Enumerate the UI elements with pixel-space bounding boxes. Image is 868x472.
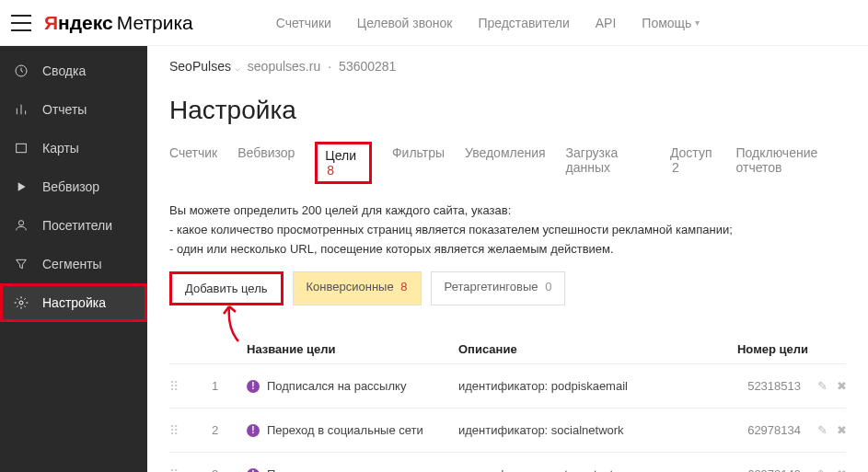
table-row: ⠿ 3 ! Переход в контакты идентификатор: … xyxy=(169,452,846,472)
goals-description: Вы можете определить 200 целей для каждо… xyxy=(169,201,846,259)
sidebar: Сводка Отчеты Карты Вебвизор Посетители xyxy=(0,46,147,472)
tab-goals[interactable]: Цели 8 xyxy=(315,142,372,184)
sidebar-item-label: Посетители xyxy=(42,218,112,233)
col-desc: Описание xyxy=(458,342,689,356)
col-name: Название цели xyxy=(247,342,449,356)
nav-representatives[interactable]: Представители xyxy=(478,16,569,30)
remove-icon[interactable]: ✖ xyxy=(837,423,847,437)
goal-desc: идентификатор: gotocontact xyxy=(458,467,689,472)
row-actions: ✎ ✖ xyxy=(817,423,868,437)
row-actions: ✎ ✖ xyxy=(817,467,868,472)
hamburger-menu-icon[interactable] xyxy=(11,15,31,31)
goal-name-text: Переход в социальные сети xyxy=(267,423,423,437)
sidebar-item-summary[interactable]: Сводка xyxy=(0,52,147,90)
sidebar-item-segments[interactable]: Сегменты xyxy=(0,245,147,283)
gear-icon xyxy=(13,294,29,311)
info-icon: ! xyxy=(247,468,260,472)
row-number: 3 xyxy=(212,467,237,472)
desc-line-2: - какое количество просмотренных страниц… xyxy=(169,221,846,240)
goal-name-cell[interactable]: ! Подписался на рассылку xyxy=(247,379,449,393)
sidebar-item-settings[interactable]: Настройка xyxy=(0,283,147,322)
svg-point-3 xyxy=(19,301,23,305)
goal-name-cell[interactable]: ! Переход в социальные сети xyxy=(247,423,449,437)
edit-icon[interactable]: ✎ xyxy=(817,423,827,437)
svg-rect-1 xyxy=(17,144,27,152)
page-title: Настройка xyxy=(169,96,846,125)
topbar: Яндекс Метрика Счетчики Целевой звонок П… xyxy=(0,0,868,46)
goal-buttons-row: Добавить цель Конверсионные 8 Ретаргетин… xyxy=(169,271,846,305)
map-icon xyxy=(13,140,29,156)
nav-help[interactable]: Помощь ▾ xyxy=(642,16,700,30)
sidebar-item-maps[interactable]: Карты xyxy=(0,129,147,167)
tab-access-label: Доступ xyxy=(670,145,712,160)
top-nav: Счетчики Целевой звонок Представители AP… xyxy=(276,16,700,30)
filter-retargeting[interactable]: Ретаргетинговые 0 xyxy=(431,271,566,305)
remove-icon[interactable]: ✖ xyxy=(837,379,847,393)
goal-id: 62978149 xyxy=(698,467,808,472)
bar-chart-icon xyxy=(13,101,29,118)
goals-table: Название цели Описание Номер цели ⠿ 1 ! … xyxy=(169,335,846,472)
row-actions: ✎ ✖ xyxy=(817,379,868,393)
goal-id: 52318513 xyxy=(698,379,808,393)
nav-target-call[interactable]: Целевой звонок xyxy=(357,16,453,30)
desc-line-1: Вы можете определить 200 целей для каждо… xyxy=(169,201,846,221)
drag-handle-icon[interactable]: ⠿ xyxy=(169,467,203,472)
breadcrumb-project[interactable]: SeoPulses ⌵ xyxy=(169,59,240,74)
filter-retargeting-count: 0 xyxy=(545,280,551,294)
sidebar-item-label: Сегменты xyxy=(42,257,102,271)
nav-counters[interactable]: Счетчики xyxy=(276,16,331,30)
nav-api[interactable]: API xyxy=(596,16,617,30)
drag-handle-icon[interactable]: ⠿ xyxy=(169,423,203,438)
tab-goals-label: Цели xyxy=(325,148,356,163)
row-number: 2 xyxy=(212,423,237,437)
drag-handle-icon[interactable]: ⠿ xyxy=(169,379,203,394)
clock-icon xyxy=(13,63,29,79)
chevron-down-icon: ⌵ xyxy=(235,63,240,73)
filter-conversion[interactable]: Конверсионные 8 xyxy=(293,271,422,305)
add-goal-button[interactable]: Добавить цель xyxy=(169,271,284,305)
breadcrumb-project-label: SeoPulses xyxy=(169,59,231,74)
table-row: ⠿ 2 ! Переход в социальные сети идентифи… xyxy=(169,408,846,452)
goal-name-cell[interactable]: ! Переход в контакты xyxy=(247,467,449,472)
tab-upload[interactable]: Загрузка данных xyxy=(566,142,650,184)
settings-tabs: Счетчик Вебвизор Цели 8 Фильтры Уведомле… xyxy=(169,142,846,185)
col-id: Номер цели xyxy=(698,342,808,356)
breadcrumb-separator: · xyxy=(328,59,331,74)
logo-yandex: ндекс xyxy=(58,12,113,34)
filter-retargeting-label: Ретаргетинговые xyxy=(445,280,538,294)
goal-desc: идентификатор: socialnetwork xyxy=(458,423,689,437)
tab-connect-reports[interactable]: Подключение отчетов xyxy=(736,142,846,184)
info-icon: ! xyxy=(247,424,260,437)
nav-help-label: Помощь xyxy=(642,16,691,30)
sidebar-item-label: Настройка xyxy=(42,295,106,310)
goal-desc: идентификатор: podpiskaemail xyxy=(458,379,689,393)
tab-notifications[interactable]: Уведомления xyxy=(465,142,546,184)
filter-conversion-label: Конверсионные xyxy=(307,280,394,294)
tab-counter[interactable]: Счетчик xyxy=(169,142,217,184)
table-row: ⠿ 1 ! Подписался на рассылку идентификат… xyxy=(169,363,846,408)
breadcrumb-domain: seopulses.ru xyxy=(248,59,320,74)
tab-access[interactable]: Доступ 2 xyxy=(670,142,716,184)
funnel-icon xyxy=(13,256,29,272)
sidebar-item-reports[interactable]: Отчеты xyxy=(0,90,147,129)
sidebar-item-webvisor[interactable]: Вебвизор xyxy=(0,167,147,206)
edit-icon[interactable]: ✎ xyxy=(817,467,827,472)
tab-filters[interactable]: Фильтры xyxy=(392,142,445,184)
tab-webvisor[interactable]: Вебвизор xyxy=(237,142,295,184)
chevron-down-icon: ▾ xyxy=(695,17,700,28)
sidebar-item-label: Карты xyxy=(42,141,79,155)
breadcrumb-counter-id: 53600281 xyxy=(339,59,396,74)
edit-icon[interactable]: ✎ xyxy=(817,379,827,393)
sidebar-item-visitors[interactable]: Посетители xyxy=(0,206,147,245)
row-number: 1 xyxy=(212,379,237,393)
remove-icon[interactable]: ✖ xyxy=(837,467,847,472)
filter-conversion-count: 8 xyxy=(400,280,407,294)
play-icon xyxy=(13,178,29,195)
goal-id: 62978134 xyxy=(698,423,808,437)
tab-access-count: 2 xyxy=(672,160,679,175)
goal-name-text: Подписался на рассылку xyxy=(267,379,406,393)
logo[interactable]: Яндекс Метрика xyxy=(44,12,193,34)
main-content: SeoPulses ⌵ seopulses.ru · 53600281 Наст… xyxy=(147,46,868,472)
person-icon xyxy=(13,217,29,234)
breadcrumb: SeoPulses ⌵ seopulses.ru · 53600281 xyxy=(169,59,846,74)
